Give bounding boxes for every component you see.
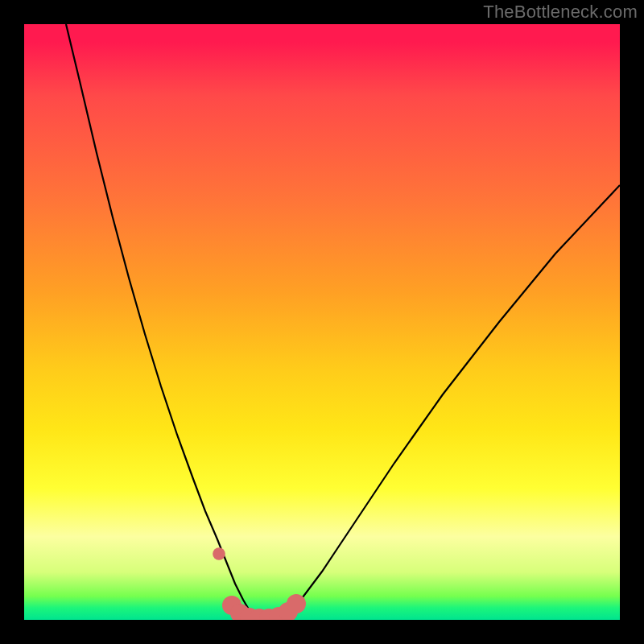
chart-svg [24, 24, 620, 620]
optimal-marker [287, 594, 306, 613]
plot-frame [24, 24, 620, 620]
optimal-region-markers [213, 547, 306, 620]
bottleneck-curve [66, 24, 620, 620]
optimal-marker [213, 547, 225, 560]
watermark-text: TheBottleneck.com [483, 2, 638, 23]
